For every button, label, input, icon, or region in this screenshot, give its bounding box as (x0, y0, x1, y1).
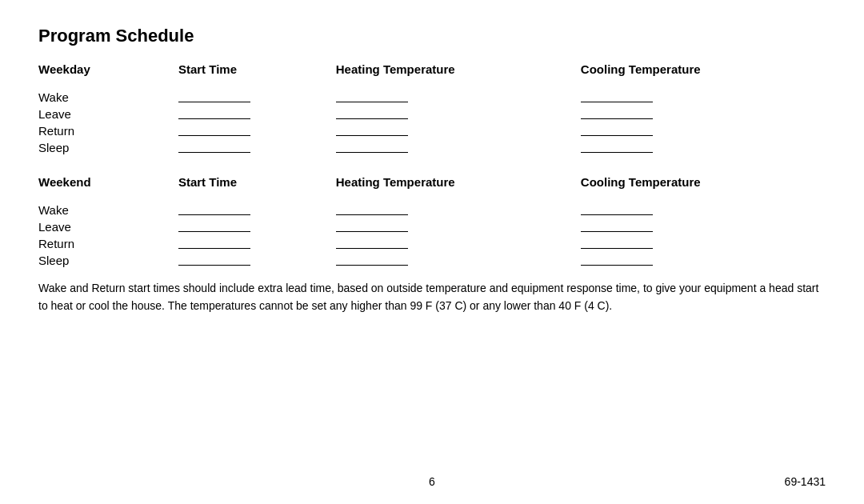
blank-line (336, 135, 408, 136)
weekend-header-row: Weekend Start Time Heating Temperature C… (38, 164, 826, 194)
blank-line (178, 265, 250, 266)
starttime-blank-leave (178, 106, 336, 122)
blank-line (581, 265, 653, 266)
row-label-return: Return (38, 122, 178, 139)
weekend-cooling-col-header: Cooling Temperature (581, 164, 826, 194)
blank-line (336, 231, 408, 232)
blank-line (581, 248, 653, 249)
page: Program Schedule Weekday Start Time Heat… (0, 0, 864, 504)
cooling-blank-sleep (581, 139, 826, 156)
spacer-row (38, 81, 826, 89)
blank-line (336, 118, 408, 119)
blank-line (178, 152, 250, 153)
blank-line (336, 214, 408, 215)
weekend-label-return: Return (38, 235, 178, 252)
weekend-starttime-blank-sleep (178, 252, 336, 269)
page-number: 6 (429, 475, 435, 488)
weekday-row-wake: Wake (38, 89, 826, 106)
row-label-wake: Wake (38, 89, 178, 106)
note-text: Wake and Return start times should inclu… (38, 280, 822, 314)
row-label-leave: Leave (38, 106, 178, 122)
weekend-table: Weekend Start Time Heating Temperature C… (38, 164, 826, 269)
heating-col-header: Heating Temperature (336, 61, 581, 81)
footer-center: 6 (429, 475, 435, 488)
blank-line (581, 214, 653, 215)
weekend-heating-col-header: Heating Temperature (336, 164, 581, 194)
weekend-starttime-blank-return (178, 235, 336, 252)
starttime-blank-sleep (178, 139, 336, 156)
cooling-blank-wake (581, 89, 826, 106)
weekend-label-sleep: Sleep (38, 252, 178, 269)
blank-line (581, 231, 653, 232)
weekend-starttime-col-header: Start Time (178, 164, 336, 194)
blank-line (581, 102, 653, 102)
cooling-col-header: Cooling Temperature (581, 61, 826, 81)
blank-line (178, 214, 250, 215)
weekend-row-leave: Leave (38, 218, 826, 235)
weekend-cooling-blank-sleep (581, 252, 826, 269)
weekend-cooling-blank-return (581, 235, 826, 252)
cooling-blank-return (581, 122, 826, 139)
blank-line (336, 102, 408, 102)
starttime-blank-return (178, 122, 336, 139)
blank-line (336, 152, 408, 153)
heating-blank-leave (336, 106, 581, 122)
weekend-heating-blank-return (336, 235, 581, 252)
blank-line (336, 248, 408, 249)
weekend-col-header: Weekend (38, 164, 178, 194)
weekend-starttime-blank-wake (178, 202, 336, 218)
heating-blank-wake (336, 89, 581, 106)
weekend-heating-blank-sleep (336, 252, 581, 269)
weekend-row-wake: Wake (38, 202, 826, 218)
weekday-header-row: Weekday Start Time Heating Temperature C… (38, 61, 826, 81)
weekend-row-sleep: Sleep (38, 252, 826, 269)
weekend-label-leave: Leave (38, 218, 178, 235)
weekend-cooling-blank-leave (581, 218, 826, 235)
weekend-starttime-blank-leave (178, 218, 336, 235)
weekend-cooling-blank-wake (581, 202, 826, 218)
weekend-row-return: Return (38, 235, 826, 252)
weekend-heating-blank-wake (336, 202, 581, 218)
blank-line (581, 135, 653, 136)
blank-line (178, 231, 250, 232)
starttime-blank-wake (178, 89, 336, 106)
blank-line (336, 265, 408, 266)
blank-line (178, 102, 250, 102)
weekday-table: Weekday Start Time Heating Temperature C… (38, 61, 826, 156)
weekday-row-sleep: Sleep (38, 139, 826, 156)
spacer-row-2 (38, 194, 826, 202)
blank-line (581, 118, 653, 119)
weekend-label-wake: Wake (38, 202, 178, 218)
page-title: Program Schedule (38, 26, 826, 46)
weekday-row-leave: Leave (38, 106, 826, 122)
blank-line (178, 118, 250, 119)
heating-blank-sleep (336, 139, 581, 156)
blank-line (178, 248, 250, 249)
starttime-col-header: Start Time (178, 61, 336, 81)
blank-line (178, 135, 250, 136)
weekend-heating-blank-leave (336, 218, 581, 235)
weekday-row-return: Return (38, 122, 826, 139)
doc-number: 69-1431 (785, 475, 826, 488)
blank-line (581, 152, 653, 153)
cooling-blank-leave (581, 106, 826, 122)
heating-blank-return (336, 122, 581, 139)
weekday-col-header: Weekday (38, 61, 178, 81)
row-label-sleep: Sleep (38, 139, 178, 156)
